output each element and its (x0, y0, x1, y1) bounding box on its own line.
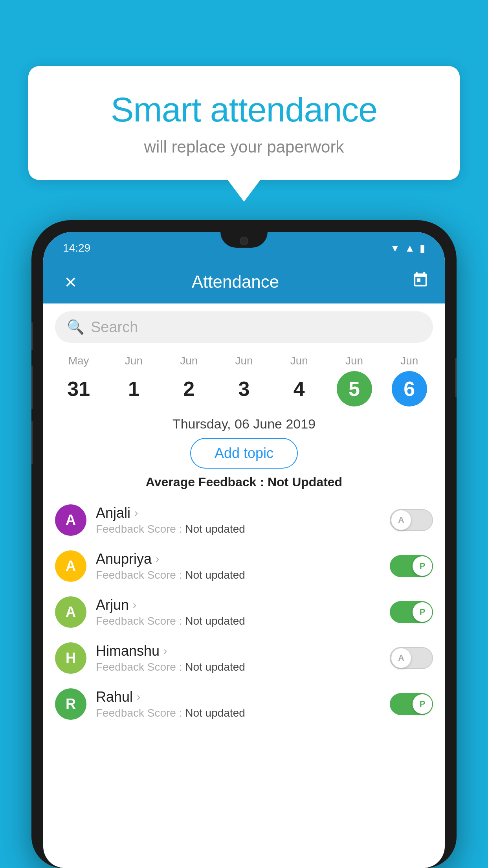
cal-month-label: Jun (400, 355, 418, 367)
student-item[interactable]: AAnjali›Feedback Score : Not updatedA (51, 497, 437, 543)
phone-frame: 14:29 ▼ ▲ ▮ × Attendance 🔍 Search May31J… (31, 220, 457, 868)
toggle-knob: A (391, 510, 411, 530)
student-list: AAnjali›Feedback Score : Not updatedAAAn… (43, 497, 445, 727)
attendance-toggle[interactable]: P (390, 555, 433, 577)
toggle-knob: P (413, 694, 432, 714)
wifi-icon: ▼ (390, 242, 400, 254)
student-avatar: A (55, 596, 86, 628)
bubble-subtitle: will replace your paperwork (60, 138, 428, 156)
avg-feedback-label: Average Feedback : (146, 475, 264, 489)
phone-screen: 14:29 ▼ ▲ ▮ × Attendance 🔍 Search May31J… (43, 232, 445, 868)
cal-month-label: May (68, 355, 89, 367)
student-item[interactable]: HHimanshu›Feedback Score : Not updatedA (51, 635, 437, 681)
calendar-strip: May31Jun1Jun2Jun3Jun4Jun5Jun6 (43, 351, 445, 408)
cal-month-label: Jun (125, 355, 143, 367)
calendar-day-5[interactable]: Jun5 (327, 355, 382, 406)
chevron-right-icon: › (134, 507, 138, 519)
student-avatar: H (55, 642, 86, 674)
toggle-knob: P (413, 602, 432, 622)
power-button (455, 358, 457, 397)
student-item[interactable]: AArjun›Feedback Score : Not updatedP (51, 589, 437, 635)
status-icons: ▼ ▲ ▮ (390, 242, 425, 254)
app-header: × Attendance (43, 260, 445, 303)
chevron-right-icon: › (137, 691, 140, 703)
student-item[interactable]: AAnupriya›Feedback Score : Not updatedP (51, 543, 437, 589)
search-bar[interactable]: 🔍 Search (55, 311, 433, 343)
speech-bubble: Smart attendance will replace your paper… (28, 66, 460, 180)
selected-date: Thursday, 06 June 2019 (43, 416, 445, 432)
attendance-toggle[interactable]: P (390, 601, 433, 623)
bubble-title: Smart attendance (60, 90, 428, 130)
chevron-right-icon: › (133, 599, 136, 611)
student-avatar: A (55, 504, 86, 536)
cal-day-num[interactable]: 2 (171, 371, 207, 406)
student-name: Anupriya› (96, 551, 390, 567)
student-feedback: Feedback Score : Not updated (96, 615, 390, 627)
toggle-knob: P (413, 556, 432, 576)
attendance-toggle[interactable]: A (390, 647, 433, 669)
volume-up-button (31, 322, 33, 350)
student-info: Arjun›Feedback Score : Not updated (96, 597, 390, 627)
cal-day-num[interactable]: 5 (337, 371, 372, 406)
student-avatar: R (55, 688, 86, 720)
calendar-day-4[interactable]: Jun4 (272, 355, 327, 406)
student-name: Himanshu› (96, 643, 390, 659)
cal-day-num[interactable]: 6 (392, 371, 427, 406)
student-feedback: Feedback Score : Not updated (96, 569, 390, 581)
camera-button (31, 421, 33, 464)
student-feedback: Feedback Score : Not updated (96, 661, 390, 673)
cal-month-label: Jun (290, 355, 308, 367)
student-name: Anjali› (96, 505, 390, 521)
chevron-right-icon: › (156, 553, 159, 565)
cal-day-num[interactable]: 3 (226, 371, 262, 406)
student-feedback: Feedback Score : Not updated (96, 523, 390, 535)
average-feedback: Average Feedback : Not Updated (43, 475, 445, 489)
student-name: Rahul› (96, 689, 390, 705)
student-info: Himanshu›Feedback Score : Not updated (96, 643, 390, 673)
attendance-toggle[interactable]: P (390, 693, 433, 715)
header-title: Attendance (59, 272, 412, 292)
avg-feedback-value: Not Updated (268, 475, 342, 489)
cal-day-num[interactable]: 1 (116, 371, 151, 406)
student-avatar: A (55, 550, 86, 582)
signal-icon: ▲ (405, 242, 415, 254)
calendar-icon[interactable] (412, 271, 429, 292)
student-feedback: Feedback Score : Not updated (96, 707, 390, 719)
student-info: Anjali›Feedback Score : Not updated (96, 505, 390, 535)
search-icon: 🔍 (67, 319, 84, 335)
cal-month-label: Jun (180, 355, 198, 367)
toggle-knob: A (391, 648, 411, 668)
cal-day-num[interactable]: 31 (61, 371, 96, 406)
calendar-day-2[interactable]: Jun2 (161, 355, 216, 406)
add-topic-button[interactable]: Add topic (190, 438, 298, 469)
cal-month-label: Jun (345, 355, 363, 367)
student-name: Arjun› (96, 597, 390, 613)
student-info: Anupriya›Feedback Score : Not updated (96, 551, 390, 581)
search-input[interactable]: Search (91, 319, 138, 336)
calendar-day-6[interactable]: Jun6 (382, 355, 437, 406)
front-camera (240, 237, 248, 245)
student-item[interactable]: RRahul›Feedback Score : Not updatedP (51, 681, 437, 727)
calendar-day-3[interactable]: Jun3 (216, 355, 272, 406)
status-time: 14:29 (63, 242, 90, 254)
student-info: Rahul›Feedback Score : Not updated (96, 689, 390, 719)
volume-down-button (31, 366, 33, 409)
battery-icon: ▮ (420, 242, 425, 254)
cal-day-num[interactable]: 4 (281, 371, 317, 406)
chevron-right-icon: › (163, 645, 167, 657)
calendar-day-1[interactable]: Jun1 (106, 355, 161, 406)
cal-month-label: Jun (235, 355, 253, 367)
attendance-toggle[interactable]: A (390, 509, 433, 531)
calendar-day-31[interactable]: May31 (51, 355, 106, 406)
